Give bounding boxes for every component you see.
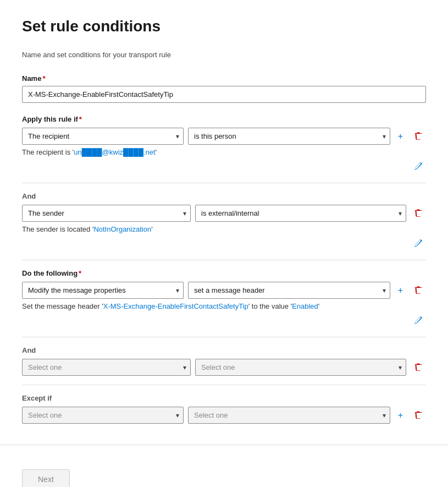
condition3-value-link[interactable]: Enabled — [292, 302, 318, 310]
next-button[interactable]: Next — [22, 469, 70, 487]
except-dropdown2[interactable]: Select one — [188, 407, 390, 424]
edit-condition2-button[interactable] — [411, 236, 426, 251]
edit-condition3-button[interactable] — [411, 313, 426, 328]
and2-dropdown1-wrapper: Select one ▾ — [22, 359, 191, 376]
condition2-dropdown1-wrapper: The sender ▾ — [22, 205, 191, 222]
condition-row-5: Select one ▾ Select one ▾ + — [22, 407, 426, 424]
bottom-bar: Next — [0, 445, 448, 487]
condition1-description: The recipient is 'un████@kwiz████.net' — [22, 148, 426, 156]
add-condition3-button[interactable]: + — [395, 282, 406, 299]
condition2-dropdown1[interactable]: The sender — [22, 205, 191, 222]
condition1-email-link[interactable]: un████@kwiz████.net — [74, 148, 155, 156]
condition-row-3: Modify the message properties ▾ set a me… — [22, 282, 426, 299]
rule-name-input[interactable] — [22, 86, 426, 103]
delete-except-button[interactable] — [411, 408, 426, 423]
delete-condition3-button[interactable] — [411, 283, 426, 298]
condition-row-1: The recipient ▾ is this person ▾ + — [22, 128, 426, 145]
required-star3: * — [79, 269, 81, 277]
except-dropdown1-wrapper: Select one ▾ — [22, 407, 184, 424]
condition3-header-link[interactable]: X-MS-Exchange-EnableFirstContactSafetyTi… — [103, 302, 248, 310]
apply-rule-label: Apply this rule if* — [22, 115, 426, 123]
condition3-dropdown1-wrapper: Modify the message properties ▾ — [22, 282, 184, 299]
condition3-description: Set the message header 'X-MS-Exchange-En… — [22, 302, 426, 310]
and2-dropdown1[interactable]: Select one — [22, 359, 191, 376]
condition3-dropdown2-wrapper: set a message header ▾ — [188, 282, 390, 299]
condition3-dropdown2[interactable]: set a message header — [188, 282, 390, 299]
except-label: Except if — [22, 394, 426, 402]
condition1-dropdown2-wrapper: is this person ▾ — [188, 128, 390, 145]
condition2-location-link[interactable]: NotInOrganization — [93, 225, 151, 233]
and-label-1: And — [22, 192, 426, 200]
required-star: * — [42, 74, 45, 83]
required-star2: * — [79, 115, 82, 123]
condition1-dropdown1-wrapper: The recipient ▾ — [22, 128, 184, 145]
condition-row-4: Select one ▾ Select one ▾ — [22, 359, 426, 376]
condition1-dropdown1[interactable]: The recipient — [22, 128, 184, 145]
condition1-dropdown2[interactable]: is this person — [188, 128, 390, 145]
add-condition1-button[interactable]: + — [395, 128, 406, 145]
page-subtitle: Name and set conditions for your transpo… — [22, 51, 426, 59]
name-label: Name* — [22, 74, 426, 83]
delete-condition1-button[interactable] — [411, 129, 426, 144]
delete-and2-button[interactable] — [411, 360, 426, 375]
except-dropdown2-wrapper: Select one ▾ — [188, 407, 390, 424]
condition2-dropdown2-wrapper: is external/internal ▾ — [195, 205, 406, 222]
condition2-description: The sender is located 'NotInOrganization… — [22, 225, 426, 233]
condition-row-2: The sender ▾ is external/internal ▾ — [22, 205, 426, 222]
do-following-label: Do the following* — [22, 269, 426, 277]
and2-dropdown2[interactable]: Select one — [195, 359, 406, 376]
page-title: Set rule conditions — [22, 18, 426, 35]
add-except-button[interactable]: + — [395, 407, 406, 424]
and2-dropdown2-wrapper: Select one ▾ — [195, 359, 406, 376]
condition2-dropdown2[interactable]: is external/internal — [195, 205, 406, 222]
edit-condition1-button[interactable] — [411, 158, 426, 174]
delete-condition2-button[interactable] — [411, 206, 426, 221]
and-label-2: And — [22, 346, 426, 354]
except-dropdown1[interactable]: Select one — [22, 407, 184, 424]
condition3-dropdown1[interactable]: Modify the message properties — [22, 282, 184, 299]
